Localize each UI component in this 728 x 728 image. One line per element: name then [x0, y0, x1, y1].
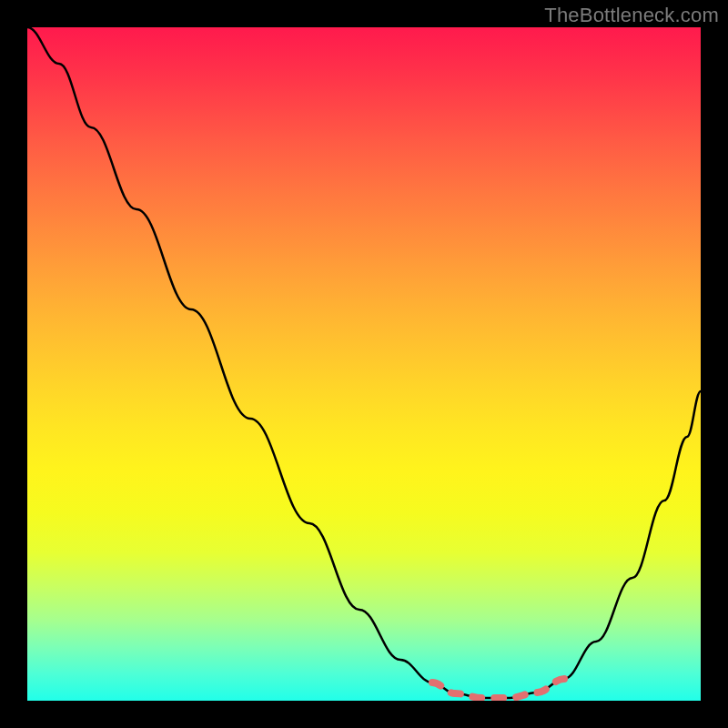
main-curve: [27, 27, 701, 698]
plot-area: [27, 27, 701, 701]
watermark-label: TheBottleneck.com: [544, 4, 719, 27]
highlight-segment: [432, 679, 564, 698]
chart-container: TheBottleneck.com: [0, 0, 728, 728]
curve-svg: [27, 27, 701, 701]
